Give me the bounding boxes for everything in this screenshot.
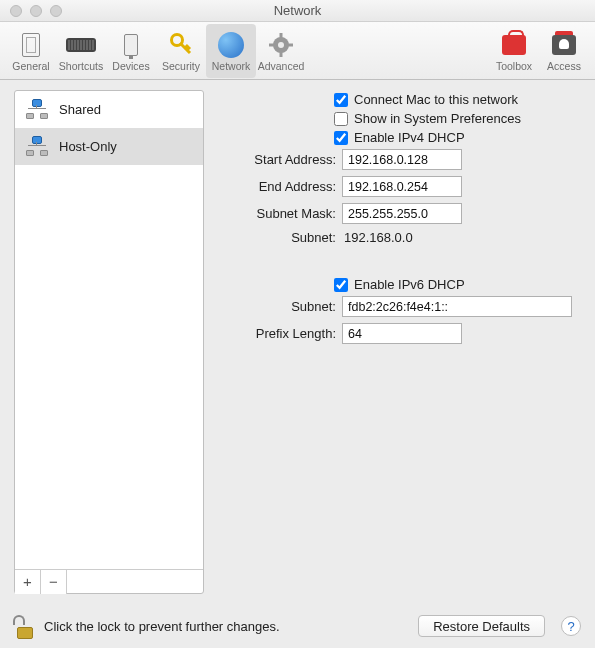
footer: Click the lock to prevent further change… [0,604,595,648]
show-syspref-checkbox[interactable] [334,112,348,126]
subnet-mask-input[interactable] [342,203,462,224]
prefix-length-label: Prefix Length: [214,326,342,341]
tab-advanced[interactable]: Advanced [256,24,306,78]
sidebar-item-host-only[interactable]: Host-Only [15,128,203,165]
enable-ipv4-dhcp-label: Enable IPv4 DHCP [354,130,465,145]
titlebar: Network [0,0,595,22]
sidebar-item-shared[interactable]: Shared [15,91,203,128]
prefix-length-input[interactable] [342,323,462,344]
svg-rect-3 [280,33,283,38]
tab-toolbox[interactable]: Toolbox [489,24,539,78]
toolbox-icon [502,35,526,55]
access-icon [552,35,576,55]
connect-mac-checkbox[interactable] [334,93,348,107]
tab-shortcuts[interactable]: Shortcuts [56,24,106,78]
lock-text: Click the lock to prevent further change… [44,619,410,634]
end-address-input[interactable] [342,176,462,197]
tab-devices[interactable]: Devices [106,24,156,78]
enable-ipv6-dhcp-label: Enable IPv6 DHCP [354,277,465,292]
tab-general[interactable]: General [6,24,56,78]
network-form: Connect Mac to this network Show in Syst… [204,80,595,604]
sidebar-item-label: Shared [59,102,101,117]
restore-defaults-button[interactable]: Restore Defaults [418,615,545,637]
subnet-mask-label: Subnet Mask: [214,206,342,221]
key-icon [170,33,192,57]
add-button[interactable]: + [15,570,41,594]
connect-mac-label: Connect Mac to this network [354,92,518,107]
lock-icon[interactable] [14,613,36,639]
sidebar-item-label: Host-Only [59,139,117,154]
svg-rect-6 [288,43,293,46]
list-buttons: + − [15,569,203,593]
ipv6-subnet-input[interactable] [342,296,572,317]
start-address-input[interactable] [342,149,462,170]
ipv6-subnet-label: Subnet: [214,299,342,314]
remove-button[interactable]: − [41,570,67,594]
enable-ipv4-dhcp-checkbox[interactable] [334,131,348,145]
preferences-toolbar: General Shortcuts Devices Security Netwo… [0,22,595,80]
svg-point-2 [278,42,284,48]
end-address-label: End Address: [214,179,342,194]
svg-rect-5 [269,43,274,46]
keyboard-icon [66,38,96,52]
device-icon [124,34,138,56]
tab-access[interactable]: Access [539,24,589,78]
window-title: Network [0,3,595,18]
svg-rect-4 [280,52,283,57]
help-button[interactable]: ? [561,616,581,636]
start-address-label: Start Address: [214,152,342,167]
network-icon [25,136,49,156]
general-icon [22,33,40,57]
subnet-value: 192.168.0.0 [342,230,413,245]
show-syspref-label: Show in System Preferences [354,111,521,126]
tab-security[interactable]: Security [156,24,206,78]
network-list: Shared Host-Only + − [14,90,204,594]
subnet-label: Subnet: [214,230,342,245]
network-icon [25,99,49,119]
enable-ipv6-dhcp-checkbox[interactable] [334,278,348,292]
gear-icon [268,32,294,58]
tab-network[interactable]: Network [206,24,256,78]
globe-icon [218,32,244,58]
